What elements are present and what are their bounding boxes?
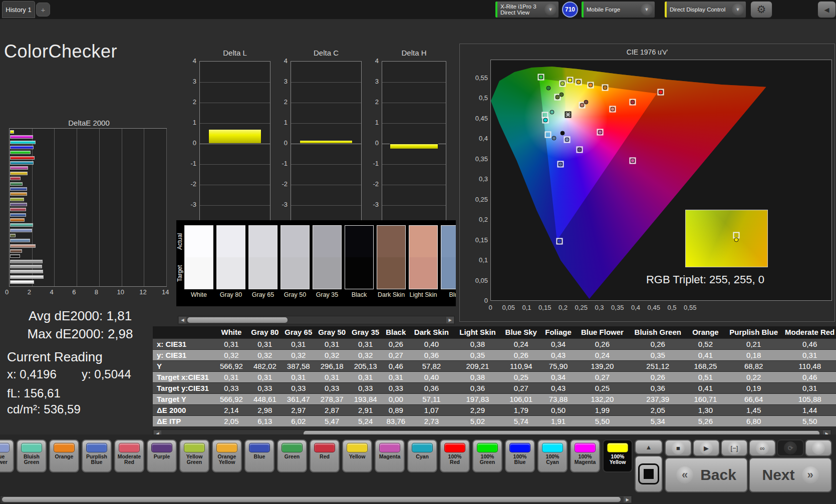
chevron-down-icon[interactable]: ▼: [544, 4, 556, 16]
play-button[interactable]: ▶: [693, 439, 720, 456]
meter-mode: Direct View: [500, 10, 544, 16]
tab-history-1[interactable]: History 1: [2, 1, 35, 18]
y-tick-label: 3: [182, 78, 196, 85]
table-cell: 0,33: [248, 382, 282, 393]
table-column-header: Gray 80: [248, 326, 282, 338]
table-column-header: Foliage: [540, 326, 576, 338]
table-cell: 0,31: [248, 338, 282, 349]
patch-button-label: Cyan: [408, 454, 436, 459]
deltae-bar-red: [10, 177, 21, 180]
table-cell: 2,05: [214, 415, 248, 426]
patch-button-purplish-blue[interactable]: PurplishBlue: [82, 439, 112, 472]
patch-button-magenta[interactable]: Magenta: [375, 439, 405, 472]
table-cell: 0,26: [502, 349, 540, 360]
max-de2000-readout: Max dE2000: 2,98: [10, 326, 150, 342]
scroll-right-icon[interactable]: ▶: [446, 317, 454, 323]
table-row-label: ΔE ITP: [153, 415, 214, 426]
table-cell: 0,41: [687, 349, 724, 360]
loop-button[interactable]: ∞: [749, 439, 776, 456]
patch-button-purple[interactable]: Purple: [147, 439, 177, 472]
meter-name: X-Rite i1Pro 3: [500, 4, 544, 10]
deltae-bar-100-green: [10, 151, 31, 154]
meter-id-badge[interactable]: 710: [562, 2, 578, 18]
table-cell: 73,88: [540, 393, 576, 404]
range-button[interactable]: [−]: [721, 439, 748, 456]
next-button[interactable]: Next »: [749, 457, 832, 492]
workflow-dropdown[interactable]: Direct Display Control ▼: [664, 1, 746, 18]
measured-dot-marker: [611, 107, 615, 112]
patch-button-yellow-green[interactable]: YellowGreen: [179, 439, 209, 472]
deltae-bar-blue: [10, 187, 27, 191]
patch-button-label: Orange: [50, 454, 78, 459]
deltae-bar-cyan: [10, 161, 34, 165]
delta-chart-title: Delta L: [199, 49, 270, 57]
table-cell: 0,36: [410, 382, 454, 393]
patch-button-orange[interactable]: Orange: [49, 439, 79, 472]
patch-button-moderate-red[interactable]: ModerateRed: [114, 439, 144, 472]
back-button[interactable]: « Back: [665, 457, 748, 492]
patch-button-blue-flower[interactable]: BlueFlower: [0, 439, 14, 472]
measured-dot-marker: [557, 239, 562, 244]
strip-expand-button[interactable]: ▲: [635, 439, 663, 454]
table-cell: 5,50: [783, 415, 836, 426]
table-cell: 132,20: [576, 393, 629, 404]
patch-button-bluish-green[interactable]: BluishGreen: [17, 439, 47, 472]
swatch-scrollbar[interactable]: ◀ ▶: [178, 316, 455, 324]
add-tab-button[interactable]: +: [36, 3, 50, 17]
deltae-bar-dark-skin: [10, 249, 22, 253]
table-cell: 296,18: [315, 360, 349, 371]
deltae-bar-100-yellow: [10, 130, 14, 134]
patch-button-100-blue[interactable]: 100%Blue: [505, 439, 535, 472]
table-row: Y566,92482,02387,58296,18205,130,4657,82…: [153, 360, 836, 371]
settings-button[interactable]: ⚙: [750, 1, 772, 18]
table-row-label: Target y:CIE31: [153, 382, 214, 393]
table-cell: 2,14: [214, 404, 248, 415]
stop-measure-button[interactable]: [635, 455, 663, 492]
table-cell: 0,36: [453, 382, 501, 393]
table-cell: 57,11: [410, 393, 454, 404]
patch-strip-scrollbar[interactable]: ▶: [0, 495, 632, 503]
table-cell: 0,43: [540, 349, 576, 360]
swatch-scrollbar-thumb[interactable]: [187, 317, 288, 323]
patch-button-label: 100%Yellow: [604, 454, 632, 464]
chevron-down-icon[interactable]: ▼: [641, 4, 653, 16]
patch-button-100-cyan[interactable]: 100%Cyan: [537, 439, 568, 472]
cie-title: CIE 1976 u'v': [460, 48, 834, 56]
patch-button-orange-yellow[interactable]: OrangeYellow: [212, 439, 242, 472]
patch-button-100-green[interactable]: 100%Green: [472, 439, 502, 472]
current-cdm2-readout: cd/m²: 536,59: [7, 402, 81, 416]
scroll-left-icon[interactable]: ◀: [179, 317, 186, 323]
patch-button-100-magenta[interactable]: 100%Magenta: [570, 439, 600, 472]
table-cell: 68,82: [724, 360, 783, 371]
collapse-panel-button[interactable]: ◀: [817, 1, 836, 18]
deltae-bar-gray-35: [10, 260, 43, 263]
chevron-down-icon[interactable]: ▼: [732, 4, 744, 16]
scroll-right-icon[interactable]: ▶: [624, 496, 631, 502]
patch-button-label: ModerateRed: [115, 454, 143, 464]
patch-button-cyan[interactable]: Cyan: [407, 439, 437, 472]
patch-button-red[interactable]: Red: [310, 439, 340, 472]
patch-button-green[interactable]: Green: [277, 439, 307, 472]
cie-y-tick: 0,4: [467, 135, 488, 142]
measured-dot-marker: [577, 148, 582, 152]
patch-button-label: 100%Magenta: [571, 454, 599, 464]
stop-button[interactable]: ■: [665, 439, 692, 456]
patch-strip-scrollbar-thumb[interactable]: [2, 497, 621, 502]
meter-dropdown[interactable]: X-Rite i1Pro 3 Direct View ▼: [495, 1, 559, 18]
stop-square-icon: [644, 469, 654, 479]
refresh-button[interactable]: ⟳: [777, 439, 804, 456]
table-cell: 0,24: [576, 349, 629, 360]
y-tick-label: -1: [273, 160, 288, 167]
patch-button-yellow[interactable]: Yellow: [342, 439, 372, 472]
patch-button-100-red[interactable]: 100%Red: [440, 439, 470, 472]
source-name: Mobile Forge: [587, 7, 641, 13]
blank-button[interactable]: [805, 439, 832, 456]
swatch-white: [184, 225, 213, 289]
table-cell: 0,33: [282, 382, 315, 393]
cie-y-tick: 0,15: [467, 236, 488, 244]
patch-button-100-yellow[interactable]: 100%Yellow: [603, 439, 633, 472]
table-cell: 110,94: [502, 360, 540, 371]
source-dropdown[interactable]: Mobile Forge ▼: [581, 1, 655, 18]
measured-dot-marker: [630, 159, 635, 163]
patch-button-blue[interactable]: Blue: [244, 439, 274, 472]
